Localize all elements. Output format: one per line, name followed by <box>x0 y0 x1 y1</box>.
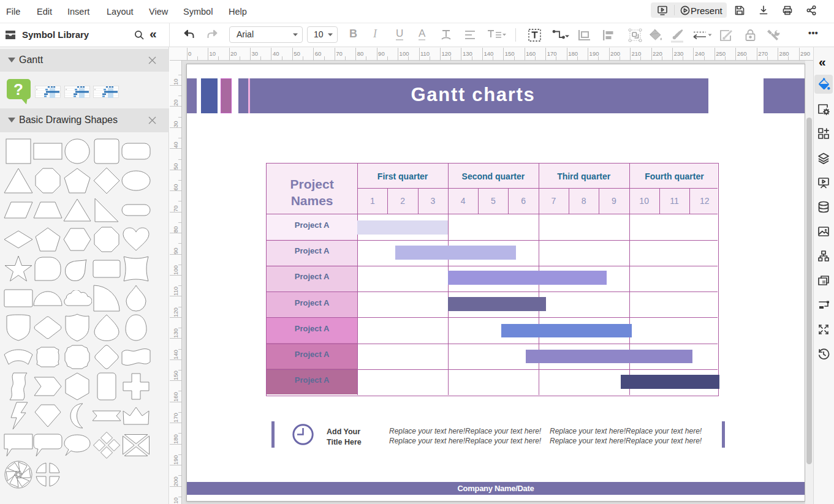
svg-text:?: ? <box>13 80 23 99</box>
